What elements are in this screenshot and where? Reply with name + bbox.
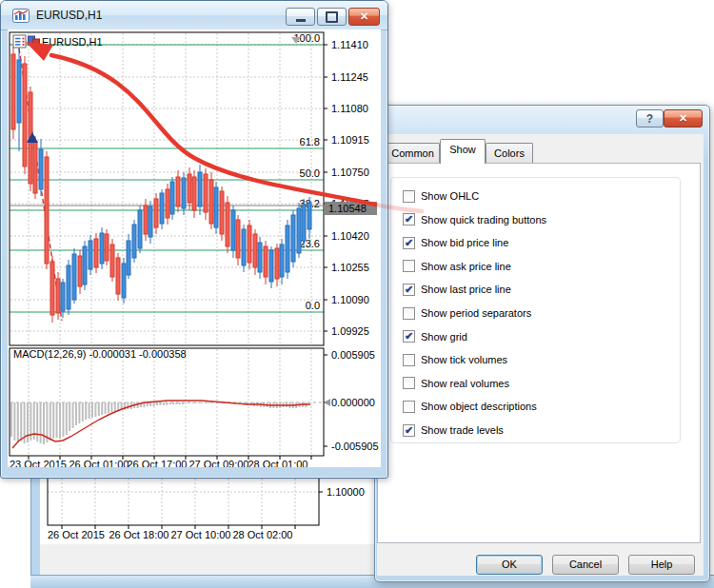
cancel-button[interactable]: Cancel [552, 555, 619, 575]
dialog-help-button[interactable]: ? [636, 109, 664, 127]
ok-button[interactable]: OK [476, 555, 543, 575]
candlestick [83, 246, 87, 284]
checkbox-row-show-grid[interactable]: ✔Show grid [403, 329, 467, 344]
candlestick [160, 193, 164, 224]
window-title: EURUSD,H1 [36, 9, 102, 22]
chart-window-titlebar[interactable]: EURUSD,H1 ✕ [1, 1, 387, 30]
candlestick [45, 157, 49, 264]
candlestick [192, 177, 196, 210]
chart-window: EURUSD,H1 ✕ 100.061.850.038.223.60.01.11… [0, 0, 388, 479]
candlestick [307, 203, 311, 229]
candlestick [39, 149, 43, 189]
tab-colors[interactable]: Colors [486, 143, 533, 163]
show-ohlc-checkbox[interactable] [403, 190, 415, 203]
candlestick [138, 210, 142, 248]
candlestick [176, 177, 180, 206]
checkbox-row-show-bid-price-line[interactable]: ✔Show bid price line [403, 235, 508, 250]
price-axis-label: 1.10750 [331, 167, 369, 178]
candlestick [72, 254, 76, 300]
candlestick [269, 250, 273, 282]
show-period-separators-checkbox[interactable] [403, 307, 415, 320]
candlestick [226, 203, 229, 246]
time-axis-label: 26 Oct 01:00 [69, 459, 129, 467]
background-chart[interactable]: 1.1000026 Oct 201526 Oct 18:0027 Oct 10:… [40, 479, 374, 575]
restore-button[interactable] [317, 8, 347, 26]
checkbox-row-show-quick-trading-buttons[interactable]: ✔Show quick trading buttons [403, 212, 546, 227]
help-button[interactable]: Help [628, 555, 695, 575]
candlestick [242, 229, 246, 265]
price-chart[interactable]: 100.061.850.038.223.60.01.114101.112451.… [8, 29, 381, 467]
chart-properties-dialog: ? ✕ CommonShowColors Show OHLC✔Show quic… [374, 105, 710, 582]
close-icon: ✕ [360, 10, 368, 23]
checkbox-row-show-object-descriptions[interactable]: Show object descriptions [403, 399, 537, 414]
candlestick [11, 54, 15, 129]
restore-icon [326, 11, 338, 23]
candlestick [297, 208, 301, 253]
chart-app-icon [12, 9, 30, 23]
show-ask-price-line-checkbox[interactable] [403, 260, 415, 272]
show-tick-volumes-checkbox[interactable] [403, 354, 415, 366]
background-plot-border [48, 479, 319, 525]
checkbox-row-show-real-volumes[interactable]: Show real volumes [403, 376, 509, 391]
show-trade-levels-checkbox[interactable]: ✔ [403, 424, 415, 437]
candlestick [110, 245, 114, 277]
checkbox-label: Show tick volumes [421, 354, 507, 365]
tab-common[interactable]: Common [386, 143, 440, 163]
candlestick [236, 220, 240, 258]
price-axis-label: 1.10420 [331, 230, 369, 242]
candlestick [166, 189, 169, 218]
macd-axis-label: 0.005905 [331, 349, 375, 361]
time-axis-label: 27 Oct 09:00 [189, 459, 249, 467]
background-time-label: 27 Oct 10:00 [171, 529, 231, 540]
depth-of-market-icon [13, 35, 26, 48]
candlestick [50, 262, 54, 315]
desktop: 1.1000026 Oct 201526 Oct 18:0027 Oct 10:… [0, 0, 714, 588]
show-grid-checkbox[interactable]: ✔ [403, 330, 415, 343]
show-real-volumes-checkbox[interactable] [403, 377, 415, 389]
checkbox-row-show-tick-volumes[interactable]: Show tick volumes [403, 352, 507, 367]
candlestick [275, 248, 279, 279]
minimize-button[interactable] [286, 8, 315, 26]
candlestick [105, 234, 109, 261]
fib-level-label: 61.8 [300, 136, 320, 147]
show-object-descriptions-checkbox[interactable] [403, 401, 415, 413]
checkbox-row-show-trade-levels[interactable]: ✔Show trade levels [403, 422, 504, 438]
show-bid-price-line-checkbox[interactable]: ✔ [403, 237, 415, 249]
show-quick-trading-buttons-checkbox[interactable]: ✔ [403, 213, 415, 225]
time-axis-label: 28 Oct 01:00 [248, 459, 308, 467]
candlestick [127, 241, 130, 275]
price-axis-label: 1.11245 [331, 71, 368, 83]
close-icon: ✕ [679, 112, 687, 125]
candlestick [61, 283, 65, 311]
candlestick [231, 210, 235, 250]
candlestick [144, 206, 148, 234]
window-close-button[interactable]: ✕ [348, 8, 380, 26]
chart-symbol-label: EURUSD,H1 [42, 36, 103, 48]
checkbox-row-show-last-price-line[interactable]: ✔Show last price line [403, 282, 511, 297]
checkbox-label: Show ask price line [421, 261, 511, 272]
price-axis-label: 1.10915 [331, 134, 369, 146]
candlestick [248, 225, 251, 263]
candlestick [67, 265, 70, 309]
checkbox-row-show-ask-price-line[interactable]: Show ask price line [403, 259, 511, 274]
background-time-label: 26 Oct 2015 [48, 529, 105, 540]
candlestick [56, 279, 60, 313]
dialog-close-button[interactable]: ✕ [664, 109, 703, 127]
checkbox-label: Show last price line [421, 284, 511, 295]
tab-show[interactable]: Show [440, 139, 486, 164]
checkbox-row-show-ohlc[interactable]: Show OHLC [403, 188, 479, 204]
minimize-icon [296, 19, 306, 22]
checkbox-label: Show real volumes [421, 378, 509, 389]
candlestick [188, 174, 191, 203]
candlestick [280, 245, 284, 277]
chart-client-area: 100.061.850.038.223.60.01.114101.112451.… [8, 29, 381, 467]
checkbox-label: Show period separators [421, 307, 531, 319]
checkbox-row-show-period-separators[interactable]: Show period separators [403, 305, 531, 321]
candlestick [17, 60, 21, 123]
time-axis-label: 26 Oct 17:00 [128, 459, 188, 467]
checkbox-label: Show quick trading buttons [421, 214, 546, 225]
candlestick [253, 234, 257, 267]
show-last-price-line-checkbox[interactable]: ✔ [403, 284, 415, 296]
tab-page-show: Show OHLC✔Show quick trading buttons✔Sho… [377, 163, 701, 543]
show-options-group: Show OHLC✔Show quick trading buttons✔Sho… [390, 177, 681, 443]
